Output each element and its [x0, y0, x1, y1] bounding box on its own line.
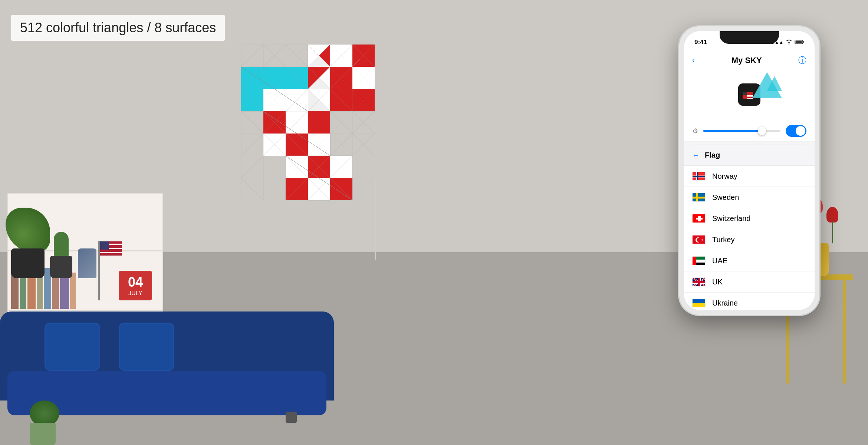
small-plant-pot	[30, 423, 56, 445]
norway-flag-icon	[692, 172, 706, 181]
sofa-pillow-left	[45, 323, 100, 371]
svg-rect-66	[696, 218, 703, 220]
flag-item-uae[interactable]: UAE	[684, 250, 815, 271]
cactus	[54, 232, 69, 258]
subtitle-box: 512 colorful triangles / 8 surfaces	[11, 15, 225, 41]
flag-list: Norway Sweden	[684, 166, 815, 310]
calendar-date: 04	[128, 274, 143, 290]
svg-rect-86	[693, 303, 706, 307]
flag-section-header: ← Flag	[684, 145, 815, 166]
large-plant	[11, 248, 45, 278]
phone-outer: 9:41 ▲▲▲▲ ‹ My SKY ⓘ	[679, 26, 820, 315]
device-icon-container	[731, 80, 768, 109]
svg-rect-63	[693, 197, 706, 199]
cactus-plant	[50, 256, 72, 278]
slider-thumb[interactable]	[758, 127, 766, 135]
phone-screen: ‹ My SKY ⓘ	[684, 49, 815, 310]
usa-flag	[100, 241, 122, 256]
brightness-slider-track[interactable]	[703, 130, 780, 132]
uae-flag-icon	[692, 256, 706, 265]
nanoleaf-art	[197, 22, 419, 230]
svg-rect-85	[693, 299, 706, 303]
large-pot	[11, 248, 45, 278]
flag-item-sweden[interactable]: Sweden	[684, 187, 815, 208]
flag-item-switzerland[interactable]: Switzerland	[684, 208, 815, 229]
phone-wrapper: 9:41 ▲▲▲▲ ‹ My SKY ⓘ	[679, 26, 820, 315]
svg-rect-40	[241, 44, 375, 200]
uk-flag-icon	[692, 277, 706, 286]
flag-item-turkey[interactable]: Turkey	[684, 229, 815, 250]
flag-back-button[interactable]: ←	[692, 151, 700, 159]
device-triangle-svg	[752, 72, 782, 98]
app-title: My SKY	[731, 56, 762, 65]
uae-flag-name: UAE	[712, 257, 806, 265]
turkey-flag-icon	[692, 235, 706, 244]
subtitle-text: 512 colorful triangles / 8 surfaces	[20, 20, 216, 35]
svg-rect-84	[693, 281, 706, 283]
triangle-svg	[197, 22, 419, 230]
bloom-3	[826, 207, 838, 222]
flag-item-ukraine[interactable]: Ukraine	[684, 293, 815, 310]
phone-notch	[720, 31, 779, 44]
gear-icon: ⚙	[692, 127, 698, 135]
turkey-flag-name: Turkey	[712, 235, 806, 244]
wifi-icon	[786, 39, 792, 46]
battery-icon	[795, 39, 804, 46]
section-separator	[684, 142, 815, 145]
table-leg-right	[843, 280, 846, 384]
brightness-slider-area: ⚙	[684, 121, 815, 142]
svg-rect-75	[693, 257, 696, 265]
small-plant-bottom	[30, 400, 59, 445]
svg-point-69	[697, 238, 701, 242]
sweden-flag-icon	[692, 193, 706, 202]
svg-point-45	[789, 43, 790, 44]
svg-rect-47	[803, 41, 804, 43]
ukraine-flag-name: Ukraine	[712, 299, 806, 307]
sweden-flag-name: Sweden	[712, 193, 806, 202]
sofa-leg-right	[286, 412, 297, 423]
flag-title: Flag	[705, 151, 720, 159]
stem-3	[832, 221, 833, 243]
norway-flag-name: Norway	[712, 172, 806, 181]
status-time: 9:41	[694, 39, 707, 46]
power-toggle[interactable]	[786, 125, 806, 137]
back-button[interactable]: ‹	[692, 56, 695, 65]
slider-fill	[703, 130, 761, 132]
info-button[interactable]: ⓘ	[798, 55, 806, 66]
flower-3	[826, 207, 838, 243]
flag-item-uk[interactable]: UK	[684, 271, 815, 293]
device-area	[684, 72, 815, 121]
svg-rect-48	[796, 40, 802, 43]
uk-flag-name: UK	[712, 278, 806, 286]
cactus-pot	[50, 256, 72, 278]
sofa-pillow-right	[119, 323, 174, 371]
ukraine-flag-icon	[692, 299, 706, 307]
switzerland-flag-name: Switzerland	[712, 214, 806, 223]
svg-rect-60	[693, 176, 706, 177]
ceramic-vase	[78, 248, 96, 278]
switzerland-flag-icon	[692, 214, 706, 223]
app-header: ‹ My SKY ⓘ	[684, 49, 815, 72]
flag-item-norway[interactable]: Norway	[684, 166, 815, 187]
phone-inner: 9:41 ▲▲▲▲ ‹ My SKY ⓘ	[684, 31, 815, 310]
plant-group	[11, 248, 96, 278]
svg-rect-50	[743, 92, 747, 95]
device-triangle-top	[752, 72, 782, 100]
